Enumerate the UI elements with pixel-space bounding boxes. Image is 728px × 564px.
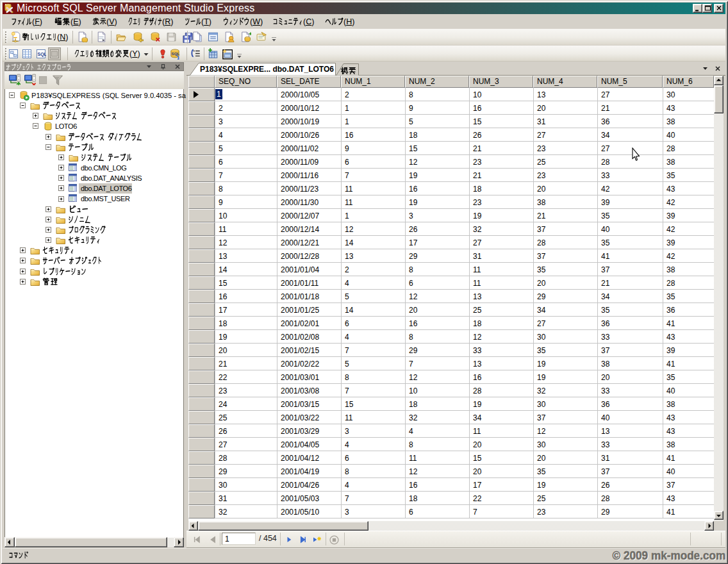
- svg-text:SQL: SQL: [38, 52, 47, 57]
- svg-text:SQL: SQL: [172, 51, 180, 56]
